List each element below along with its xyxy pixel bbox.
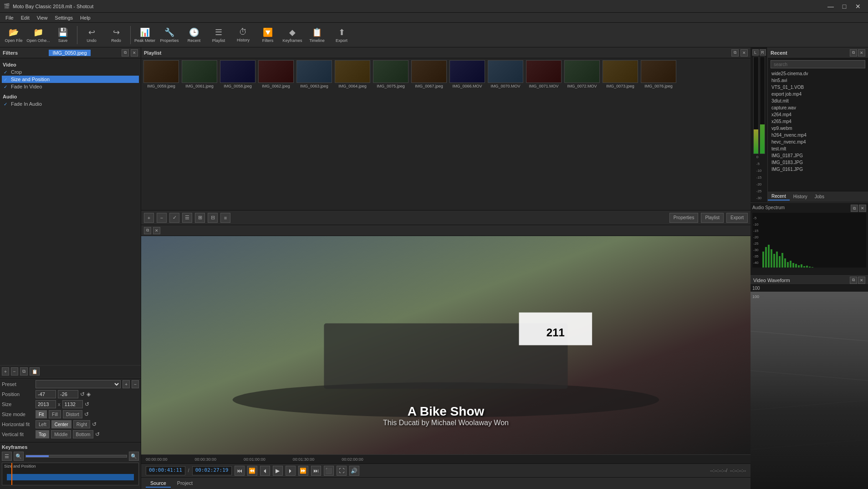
keyframes-zoom-slider[interactable] — [26, 455, 127, 458]
waveform-undock[interactable]: ⧉ — [850, 277, 857, 284]
preset-select[interactable] — [36, 380, 121, 388]
position-reset-icon[interactable]: ↺ — [80, 391, 85, 397]
waveform-close[interactable]: ✕ — [858, 277, 865, 284]
filters-button[interactable]: 🔽 Filters — [256, 24, 280, 46]
distort-button[interactable]: Distort — [63, 410, 82, 418]
keyframes-zoom-out[interactable]: 🔍 — [14, 452, 24, 461]
playlist-item-4[interactable]: IMG_0063.jpeg — [296, 60, 332, 88]
transport-play-back[interactable]: ⏴ — [260, 466, 270, 476]
timeline-toolbar-button[interactable]: 📋 Timeline — [305, 24, 329, 46]
size-h-input[interactable] — [62, 400, 83, 408]
playlist-item-7[interactable]: IMG_0067.jpeg — [411, 60, 447, 88]
playlist-item-8[interactable]: IMG_0066.MOV — [449, 60, 485, 88]
audio-spectrum-close[interactable]: ✕ — [859, 205, 866, 212]
transport-stop[interactable]: ⬛ — [324, 466, 334, 476]
transport-play-fwd[interactable]: ⏵ — [286, 466, 296, 476]
recent-file-2[interactable]: VTS_01_1.VOB — [768, 84, 868, 91]
position-keyframe-icon[interactable]: ◈ — [87, 391, 91, 397]
transport-skip-back[interactable]: ⏮ — [235, 466, 245, 476]
menu-settings[interactable]: Settings — [51, 14, 77, 21]
filters-undock-button[interactable]: ⧉ — [122, 49, 129, 57]
playlist-button[interactable]: ☰ Playlist — [207, 24, 230, 46]
properties-button[interactable]: 🔧 Properties — [158, 24, 181, 46]
playlist-item-6[interactable]: IMG_0075.jpeg — [373, 60, 409, 88]
save-button[interactable]: 💾 Save — [51, 24, 75, 46]
playlist-item-9[interactable]: IMG_0070.MOV — [487, 60, 524, 88]
filter-crop[interactable]: ✓ Crop — [2, 68, 139, 76]
filter-fade-audio[interactable]: ✓ Fade In Audio — [2, 100, 139, 108]
playlist-item-5[interactable]: IMG_0064.jpeg — [334, 60, 371, 88]
playlist-detail-btn[interactable]: ⊟ — [208, 213, 218, 223]
v-fit-reset-icon[interactable]: ↺ — [95, 431, 100, 438]
playlist-check-btn[interactable]: ✓ — [169, 213, 179, 223]
time-current[interactable]: 00:00:41:11 — [146, 466, 185, 475]
recent-search-input[interactable] — [771, 60, 865, 68]
keyframes-list-btn[interactable]: ☰ — [2, 452, 12, 461]
playlist-footer-properties[interactable]: Properties — [669, 213, 699, 223]
recent-file-6[interactable]: x264.mp4 — [768, 111, 868, 118]
rpanel-tab-jobs[interactable]: Jobs — [811, 193, 828, 200]
open-other-button[interactable]: 📁 Open Othe... — [26, 24, 50, 46]
playlist-item-10[interactable]: IMG_0071.MOV — [526, 60, 562, 88]
size-mode-reset-icon[interactable]: ↺ — [84, 411, 89, 417]
recent-undock[interactable]: ⧉ — [850, 49, 857, 57]
transport-play[interactable]: ▶ — [273, 466, 283, 476]
position-y-input[interactable] — [58, 390, 78, 398]
keyframes-zoom-in[interactable]: 🔍 — [129, 452, 139, 461]
size-w-input[interactable] — [36, 400, 56, 408]
open-file-button[interactable]: 📂 Open File — [2, 24, 26, 46]
transport-skip-fwd[interactable]: ⏭ — [311, 466, 321, 476]
undo-button[interactable]: ↩ Undo — [80, 24, 103, 46]
v-middle-button[interactable]: Middle — [51, 430, 71, 438]
menu-help[interactable]: Help — [77, 14, 94, 21]
recent-file-0[interactable]: wide25-cinema.dv — [768, 70, 868, 77]
playlist-footer-playlist[interactable]: Playlist — [701, 213, 724, 223]
preset-add-button[interactable]: + — [123, 380, 130, 388]
v-bottom-button[interactable]: Bottom — [73, 430, 94, 438]
recent-file-4[interactable]: 3dlut.mlt — [768, 98, 868, 104]
playlist-item-2[interactable]: IMG_0058.jpeg — [220, 60, 256, 88]
h-center-button[interactable]: Center — [51, 420, 71, 428]
filters-close-button[interactable]: ✕ — [131, 49, 138, 57]
recent-file-13[interactable]: IMG_0183.JPG — [768, 159, 868, 166]
recent-close[interactable]: ✕ — [858, 49, 865, 57]
transport-ff[interactable]: ⏩ — [298, 466, 308, 476]
playlist-close[interactable]: ✕ — [740, 49, 748, 57]
preview-close[interactable]: ✕ — [153, 227, 160, 234]
h-left-button[interactable]: Left — [36, 420, 50, 428]
recent-file-7[interactable]: x265.mp4 — [768, 118, 868, 125]
menu-edit[interactable]: Edit — [17, 14, 33, 21]
fit-button[interactable]: Fit — [36, 410, 47, 418]
peak-meter-button[interactable]: 📊 Peak Meter — [133, 24, 157, 46]
tab-project[interactable]: Project — [173, 479, 197, 488]
filter-fade-video[interactable]: ✓ Fade In Video — [2, 83, 139, 90]
history-button[interactable]: ⏱ History — [231, 24, 255, 46]
h-right-button[interactable]: Right — [73, 420, 90, 428]
recent-file-8[interactable]: vp9.webm — [768, 125, 868, 132]
playlist-grid-btn[interactable]: ⊞ — [195, 213, 205, 223]
redo-button[interactable]: ↪ Redo — [104, 24, 128, 46]
preview-undock[interactable]: ⧉ — [144, 227, 151, 234]
transport-step-back[interactable]: ⏪ — [247, 466, 257, 476]
export-button[interactable]: ⬆ Export — [330, 24, 353, 46]
h-fit-reset-icon[interactable]: ↺ — [92, 421, 97, 427]
maximize-button[interactable]: □ — [838, 0, 851, 13]
size-reset-icon[interactable]: ↺ — [85, 401, 89, 407]
playlist-item-1[interactable]: IMG_0061.jpeg — [181, 60, 218, 88]
rpanel-tab-recent[interactable]: Recent — [768, 193, 790, 201]
paste-filter-button[interactable]: 📋 — [30, 367, 40, 376]
recent-button[interactable]: 🕒 Recent — [182, 24, 206, 46]
tab-source[interactable]: Source — [146, 479, 171, 488]
filter-size-position[interactable]: ✓ Size and Position — [2, 76, 139, 83]
recent-file-5[interactable]: capture.wav — [768, 104, 868, 111]
minimize-button[interactable]: — — [824, 0, 837, 13]
playlist-item-0[interactable]: IMG_0059.jpeg — [143, 60, 179, 88]
recent-file-12[interactable]: IMG_0187.JPG — [768, 152, 868, 159]
playlist-undock[interactable]: ⧉ — [731, 49, 739, 57]
transport-fullscreen[interactable]: ⛶ — [337, 466, 347, 476]
playlist-cols-btn[interactable]: ≡ — [220, 213, 230, 223]
playlist-item-11[interactable]: IMG_0072.MOV — [564, 60, 600, 88]
playlist-item-13[interactable]: IMG_0076.jpeg — [640, 60, 677, 88]
recent-file-14[interactable]: IMG_0161.JPG — [768, 166, 868, 173]
recent-file-1[interactable]: hin5.avi — [768, 77, 868, 84]
